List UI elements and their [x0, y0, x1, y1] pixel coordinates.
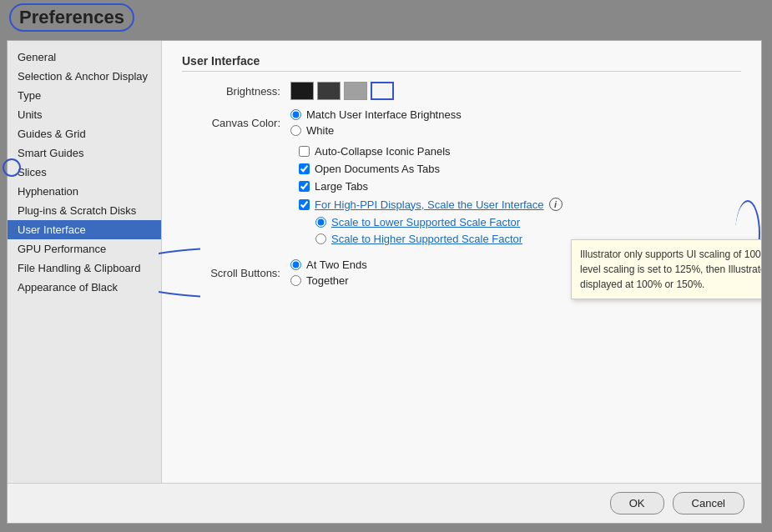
open-docs-tabs-checkbox[interactable] [299, 163, 310, 174]
sidebar-item-units[interactable]: Units [8, 105, 161, 124]
brightness-row: Brightness: [182, 82, 741, 100]
hppi-info-icon[interactable]: i [549, 198, 563, 211]
sidebar: General Selection & Anchor Display Type … [8, 41, 162, 483]
auto-collapse-checkbox[interactable] [299, 146, 310, 157]
radio-scale-lower-label: Scale to Lower Supported Scale Factor [331, 216, 520, 228]
radio-two-ends-row[interactable]: At Two Ends [290, 258, 367, 271]
dialog-footer: OK Cancel [8, 483, 761, 523]
auto-collapse-label: Auto-Collapse Iconic Panels [315, 145, 451, 158]
brightness-label: Brightness: [182, 85, 290, 98]
sidebar-item-gpu[interactable]: GPU Performance [8, 239, 161, 258]
canvas-color-row: Canvas Color: Match User Interface Brigh… [182, 108, 741, 137]
open-docs-tabs-row[interactable]: Open Documents As Tabs [299, 163, 741, 175]
sidebar-item-appearance-black[interactable]: Appearance of Black [8, 278, 161, 297]
dialog-body: General Selection & Anchor Display Type … [8, 41, 761, 483]
large-tabs-row[interactable]: Large Tabs [299, 180, 741, 193]
brightness-swatch-white[interactable] [371, 82, 394, 100]
radio-white[interactable] [290, 125, 301, 136]
scroll-buttons-label: Scroll Buttons: [182, 267, 290, 279]
canvas-color-label: Canvas Color: [182, 117, 290, 129]
section-title: User Interface [182, 54, 741, 72]
radio-together[interactable] [290, 275, 301, 286]
auto-collapse-row[interactable]: Auto-Collapse Iconic Panels [299, 145, 741, 158]
brightness-swatch-dark[interactable] [317, 82, 341, 100]
radio-white-row[interactable]: White [290, 124, 462, 137]
sidebar-item-guides-grid[interactable]: Guides & Grid [8, 124, 161, 143]
canvas-color-section: Canvas Color: Match User Interface Brigh… [182, 108, 741, 137]
canvas-color-radio-group: Match User Interface Brightness White [290, 108, 462, 137]
radio-together-label: Together [306, 274, 349, 287]
sidebar-item-user-interface[interactable]: User Interface [8, 220, 161, 239]
radio-scale-higher[interactable] [315, 233, 326, 244]
sidebar-item-type[interactable]: Type [8, 86, 161, 105]
scroll-buttons-radio-group: At Two Ends Together [290, 258, 367, 287]
tooltip-text: Illustrator only supports UI scaling of … [580, 248, 761, 290]
radio-two-ends-label: At Two Ends [306, 258, 367, 271]
sidebar-item-file-handling[interactable]: File Handling & Clipboard [8, 258, 161, 278]
radio-two-ends[interactable] [290, 259, 301, 270]
preferences-dialog: General Selection & Anchor Display Type … [7, 40, 762, 524]
radio-white-label: White [306, 124, 334, 137]
sidebar-item-selection[interactable]: Selection & Anchor Display [8, 67, 161, 86]
main-content: User Interface Brightness: Canvas Color: [162, 41, 761, 483]
radio-scale-higher-label: Scale to Higher Supported Scale Factor [331, 233, 522, 245]
radio-match-ui-label: Match User Interface Brightness [306, 108, 462, 121]
ok-button[interactable]: OK [610, 492, 664, 514]
large-tabs-checkbox[interactable] [299, 181, 310, 192]
sidebar-item-hyphenation[interactable]: Hyphenation [8, 182, 161, 201]
cancel-button[interactable]: Cancel [673, 492, 744, 514]
brightness-swatches [290, 82, 394, 100]
brightness-swatch-black[interactable] [290, 82, 314, 100]
hppi-checkbox[interactable] [299, 199, 310, 210]
hppi-row: For High-PPI Displays, Scale the User In… [299, 198, 741, 211]
open-docs-tabs-label: Open Documents As Tabs [315, 163, 440, 175]
hppi-label: For High-PPI Displays, Scale the User In… [315, 198, 544, 211]
preferences-title: Preferences [9, 3, 134, 32]
radio-match-ui[interactable] [290, 109, 301, 120]
sidebar-item-smart-guides[interactable]: Smart Guides [8, 143, 161, 163]
dialog-wrapper: Preferences General Selection & Anchor D… [0, 0, 772, 532]
sidebar-item-general[interactable]: General [8, 48, 161, 67]
scale-lower-row[interactable]: Scale to Lower Supported Scale Factor [315, 216, 741, 228]
tooltip-box: Illustrator only supports UI scaling of … [571, 239, 761, 299]
radio-scale-lower[interactable] [315, 217, 326, 228]
sidebar-item-plugins[interactable]: Plug-ins & Scratch Disks [8, 201, 161, 220]
radio-together-row[interactable]: Together [290, 274, 367, 287]
brightness-swatch-medium[interactable] [344, 82, 367, 100]
radio-match-ui-row[interactable]: Match User Interface Brightness [290, 108, 462, 121]
large-tabs-label: Large Tabs [315, 180, 368, 193]
sidebar-item-slices[interactable]: Slices [8, 163, 161, 182]
